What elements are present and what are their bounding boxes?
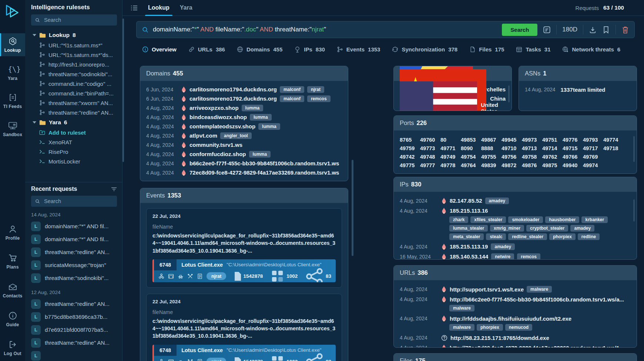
port-value[interactable]: 49714 — [542, 145, 563, 151]
threat-tag[interactable]: angler_tool — [220, 132, 252, 139]
ruleset-item[interactable]: URL:"*l1s.saturn.ms*" — [25, 40, 122, 50]
threat-tag[interactable]: remcos — [307, 95, 331, 102]
yara-rule-item[interactable]: RisePro — [25, 147, 122, 156]
domain-link[interactable]: conformfucdioz.shop — [189, 151, 246, 157]
threat-tag[interactable]: amadey — [570, 225, 594, 232]
yara-rule-item[interactable]: XenoRAT — [25, 137, 122, 147]
url-link[interactable]: http://b66c2ee0-f77f-455c-bb30-9b845f100… — [450, 296, 624, 303]
rail-item-log-out[interactable]: Log Out — [0, 337, 25, 360]
country-row[interactable]: United States — [400, 103, 506, 111]
threat-tag[interactable]: nemucod — [505, 324, 532, 331]
threat-tag[interactable]: malware — [449, 305, 474, 311]
port-value[interactable]: 49718 — [603, 145, 624, 151]
countries-scrollbar[interactable] — [508, 85, 510, 102]
url-link[interactable]: http://58.23.215.171:8765/downdd.exe — [450, 335, 549, 341]
port-value[interactable]: 49793 — [583, 137, 603, 143]
folder-lookup[interactable]: Lookup8 — [25, 30, 122, 40]
ip-link[interactable]: 185.215.113.19 — [450, 243, 488, 250]
threat-tag[interactable]: malconf — [280, 95, 304, 102]
port-value[interactable]: 49774 — [603, 137, 624, 143]
port-value[interactable]: 49754 — [461, 154, 481, 160]
threat-tag[interactable]: malware — [449, 324, 474, 331]
add-to-ruleset-button[interactable]: Add to ruleset — [25, 128, 122, 137]
event-filename-value[interactable]: c:\windows\servicing\lcu\package_for_rol… — [152, 232, 336, 254]
rail-item-guide[interactable]: Guide — [0, 308, 25, 331]
port-value[interactable]: 49759 — [400, 145, 420, 151]
port-value[interactable]: 49771 — [440, 145, 461, 151]
domain-link[interactable]: b66c2ee0-f77f-455c-bb30-9b845f1006cb.ran… — [189, 160, 339, 166]
result-tab-domains[interactable]: Domains455 — [237, 46, 282, 53]
port-value[interactable]: 49940 — [563, 162, 583, 168]
domain-link[interactable]: atlpvt.com — [189, 132, 217, 139]
rail-item-contacts[interactable]: Contacts — [0, 279, 25, 302]
port-value[interactable]: 49778 — [440, 162, 461, 168]
url-link[interactable]: http://72ec8d09-fce8-4272-9829-f4a17ae33… — [450, 345, 624, 348]
ruleset-item[interactable]: commandLine:"binPath=... — [25, 88, 122, 98]
port-value[interactable]: 49748 — [420, 154, 440, 160]
threat-tag[interactable]: amadey — [491, 243, 515, 250]
port-value[interactable]: 49749 — [440, 154, 461, 160]
port-value[interactable]: 49773 — [420, 145, 440, 151]
threat-tag[interactable]: xfiles_stealer — [470, 216, 506, 223]
ports-scrollbar[interactable] — [633, 136, 635, 162]
ips-scrollbar[interactable] — [633, 199, 635, 222]
threat-tag[interactable]: lumma_stealer — [449, 225, 488, 232]
threat-tag[interactable]: remcos — [517, 253, 540, 260]
rulesets-search[interactable] — [31, 14, 117, 26]
threat-tag[interactable]: redline_stealer — [508, 233, 547, 240]
bookmark-icon[interactable] — [602, 26, 610, 34]
rail-item-lookup[interactable]: Lookup — [0, 33, 25, 56]
result-tab-ips[interactable]: IPs830 — [294, 46, 325, 53]
port-value[interactable]: 49769 — [583, 154, 603, 160]
recent-request-item[interactable]: LsuricataMessage:"trojan" — [25, 259, 122, 271]
threat-tag[interactable]: lumma — [258, 123, 280, 130]
threat-tag[interactable]: cryptbot_stealer — [526, 225, 568, 232]
domain-link[interactable]: contemplateodszsv.shop — [189, 123, 255, 129]
search-button[interactable]: Search — [502, 24, 537, 36]
port-value[interactable]: 49713 — [522, 145, 542, 151]
port-value[interactable]: 8090 — [461, 145, 481, 151]
threat-tag[interactable]: phorpiex — [477, 324, 503, 331]
recent-request-item[interactable]: LthreatName:"sodinokibi"... — [25, 271, 122, 284]
recent-request-item[interactable]: L — [25, 349, 122, 361]
download-icon[interactable] — [589, 26, 597, 34]
overview-scrollbar[interactable] — [352, 160, 353, 256]
ruleset-item[interactable]: threatName:"xworm" AN... — [25, 98, 122, 108]
domain-link[interactable]: 72ec8d09-fce8-4272-9829-f4a17ae33269.ran… — [189, 169, 339, 176]
domain-link[interactable]: community.tsrv1.ws — [189, 142, 242, 148]
port-value[interactable]: 49742 — [400, 154, 420, 160]
recent-request-item[interactable]: LthreatName:"redline" AN... — [25, 336, 122, 349]
asn-row[interactable]: 14 Aug, 20241337team limited — [525, 85, 631, 94]
result-tab-files[interactable]: Files175 — [469, 46, 504, 53]
result-tab-overview[interactable]: Overview — [142, 46, 177, 53]
threat-tag[interactable]: hausbomber — [545, 216, 579, 223]
rulesets-search-input[interactable] — [43, 17, 113, 23]
ruleset-item[interactable]: threatName:"redline" AN... — [25, 108, 122, 117]
port-value[interactable]: 49973 — [522, 137, 542, 143]
yara-rule-item[interactable]: MortisLocker — [25, 156, 122, 166]
folder-yara[interactable]: Yara6 — [25, 117, 122, 128]
ip-link[interactable]: 185.140.53.144 — [450, 253, 488, 260]
ip-link[interactable]: 82.147.85.52 — [450, 198, 482, 204]
port-value[interactable]: 49875 — [542, 162, 563, 168]
port-value[interactable]: 49762 — [542, 154, 563, 160]
domain-link[interactable]: carlitosmoreno1792.duckdns.org — [189, 95, 277, 102]
recent-request-item[interactable]: Ld7e6921bfd008f707ba5... — [25, 323, 122, 336]
rail-item-plans[interactable]: Plans — [0, 250, 25, 273]
port-value[interactable]: 49758 — [522, 154, 542, 160]
threat-tag[interactable]: amadey — [485, 198, 509, 204]
threat-tag[interactable]: lumma — [249, 151, 271, 158]
event-filename-value[interactable]: c:\windows\servicing\lcu\package_for_rol… — [152, 317, 336, 340]
domain-link[interactable]: carlitosmoreno1794.duckdns.org — [189, 86, 277, 92]
port-value[interactable]: 49839 — [481, 162, 502, 168]
recent-search[interactable] — [31, 196, 117, 207]
malware-family-pill[interactable]: njrat — [207, 358, 226, 361]
trash-icon[interactable] — [621, 26, 629, 34]
filter-icon[interactable] — [111, 187, 117, 192]
result-tab-tasks[interactable]: Tasks31 — [516, 46, 550, 53]
port-value[interactable]: 49945 — [502, 137, 522, 143]
threat-tag[interactable]: smokeloader — [508, 216, 543, 223]
port-value[interactable]: 49974 — [583, 162, 603, 168]
port-value[interactable]: 49776 — [563, 137, 583, 143]
threat-tag[interactable]: netwire — [491, 253, 514, 260]
